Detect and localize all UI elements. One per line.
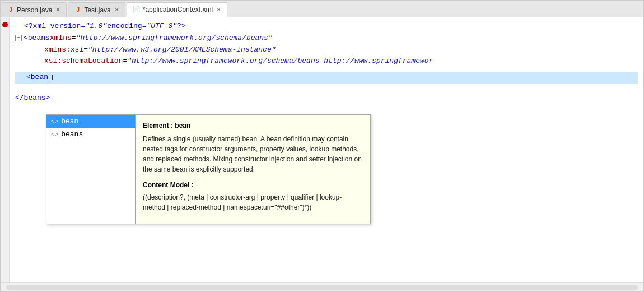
tab-close-3[interactable]: ✕ — [216, 6, 221, 13]
code-line-3: xmlns:xsi="http://www.w3.org/2001/XMLSch… — [15, 44, 638, 56]
collapse-beans-icon[interactable]: − — [15, 35, 22, 41]
tab-bar: J Person.java ✕ J Test.java ✕ 📄 *applica… — [1, 1, 643, 17]
tab-label-test-java: Test.java — [84, 6, 110, 14]
autocomplete-item-beans[interactable]: <> beans — [46, 128, 135, 141]
line1-pi-close: ?> — [177, 21, 186, 33]
code-line-current[interactable]: <bean I — [15, 72, 638, 84]
line1-pi: <?xml version= — [24, 21, 85, 33]
closing-beans-tag: </beans> — [15, 92, 50, 104]
line1-pi-encval: "UTF-8" — [146, 21, 177, 33]
error-dot — [2, 22, 8, 27]
tab-label-app-context: *applicationContext.xml — [143, 6, 213, 13]
line3-eq: = — [83, 44, 88, 56]
item-icon-bean: <> — [51, 118, 58, 125]
line2-val-xmlns: "http://www.springframework.org/schema/b… — [76, 33, 273, 44]
tab-close-2[interactable]: ✕ — [114, 6, 119, 13]
autocomplete-list[interactable]: <> bean <> beans — [46, 114, 136, 224]
tab-close-1[interactable]: ✕ — [55, 6, 60, 13]
line1-pi-enc: encoding= — [107, 21, 146, 33]
item-icon-beans: <> — [51, 131, 58, 138]
doc-popup: Element : bean Defines a single (usually… — [136, 114, 371, 224]
doc-content-model-text: ((description?, (meta | constructor-arg … — [143, 192, 363, 212]
line3-val-xsi: "http://www.w3.org/2001/XMLSchema-instan… — [88, 44, 276, 56]
tab-person-java[interactable]: J Person.java ✕ — [1, 2, 67, 17]
line4-val-schema: "http://www.springframework.org/schema/b… — [127, 55, 433, 67]
editor-body: <?xml version="1.0" encoding="UTF-8"?> −… — [1, 17, 643, 282]
xml-icon: 📄 — [133, 6, 141, 13]
java-icon-1: J — [7, 6, 15, 14]
content-model-label: Content Model : — [143, 181, 194, 189]
line4-attr-schema: xsi:schemaLocation — [44, 55, 123, 67]
cursor-char-display: I — [52, 72, 54, 84]
text-cursor — [49, 74, 49, 82]
code-area[interactable]: <?xml version="1.0" encoding="UTF-8"?> −… — [10, 17, 643, 282]
code-line-1: <?xml version="1.0" encoding="UTF-8"?> — [15, 21, 638, 33]
autocomplete-item-bean[interactable]: <> bean — [46, 115, 135, 128]
code-line-2: − <beans xmlns="http://www.springframewo… — [15, 33, 638, 44]
doc-description: Defines a single (usually named) bean. A… — [143, 134, 363, 174]
line3-attr-xsi: xmlns:xsi — [44, 44, 83, 56]
horizontal-scrollbar-track[interactable] — [6, 285, 638, 290]
bottom-scrollbar[interactable] — [1, 282, 643, 291]
line2-eq1: = — [72, 33, 76, 44]
java-icon-2: J — [74, 6, 82, 14]
doc-title: Element : bean — [143, 120, 363, 131]
code-line-closing: </beans> — [15, 92, 638, 104]
code-line-4: xsi:schemaLocation="http://www.springfra… — [15, 55, 638, 67]
tab-app-context-xml[interactable]: 📄 *applicationContext.xml ✕ — [127, 2, 227, 17]
current-line-typed: <bean — [26, 72, 48, 84]
line2-attr-xmlns: xmlns — [50, 33, 72, 44]
code-line-7 — [15, 84, 638, 92]
line1-pi-version: "1.0" — [85, 21, 107, 33]
autocomplete-label-bean: bean — [61, 117, 78, 126]
editor-container: J Person.java ✕ J Test.java ✕ 📄 *applica… — [0, 0, 644, 292]
autocomplete-container: <> bean <> beans Element : bean Defines … — [46, 114, 371, 224]
left-indicator — [1, 17, 10, 282]
autocomplete-label-beans: beans — [61, 130, 83, 138]
doc-content-model-title: Content Model : — [143, 180, 363, 190]
tab-label-person-java: Person.java — [17, 6, 52, 14]
line2-tag-open: <beans — [24, 33, 50, 44]
code-line-5 — [15, 67, 638, 72]
line4-eq: = — [123, 55, 127, 67]
tab-test-java[interactable]: J Test.java ✕ — [68, 2, 125, 17]
